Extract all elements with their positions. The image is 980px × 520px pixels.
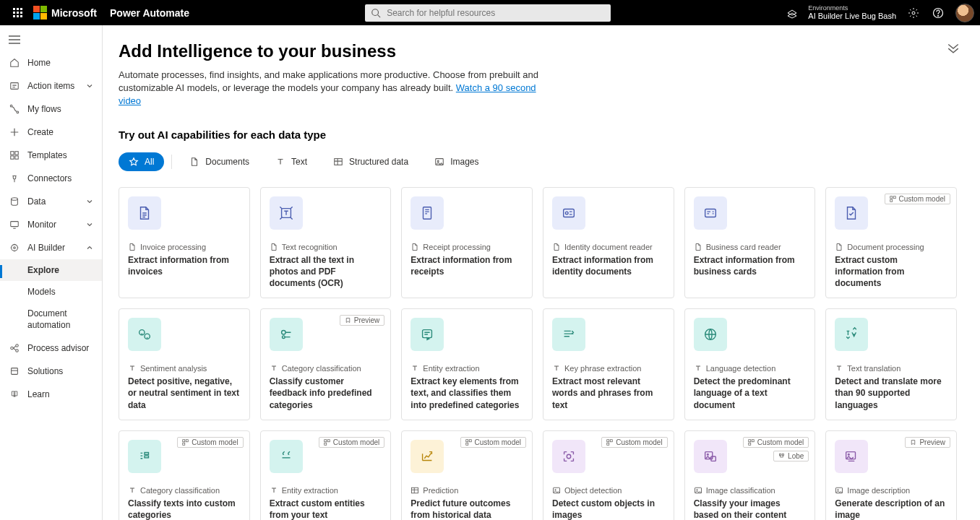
- card-badges: Custom model: [177, 437, 243, 448]
- model-card[interactable]: Custom modelDocument processingExtract c…: [825, 187, 957, 299]
- model-card[interactable]: Key phrase extractionExtract most releva…: [543, 308, 674, 420]
- plus-icon: [9, 126, 20, 138]
- badge-custom: Custom model: [319, 437, 384, 448]
- model-card[interactable]: Text recognitionExtract all the text in …: [260, 187, 392, 299]
- model-card[interactable]: Custom modelCategory classificationClass…: [119, 430, 250, 520]
- card-category: Invoice processing: [128, 243, 241, 251]
- solutions-icon: [9, 365, 20, 377]
- card-title: Detect and translate more than 90 suppor…: [835, 376, 947, 411]
- model-card[interactable]: Invoice processingExtract information fr…: [119, 187, 250, 299]
- svg-rect-54: [607, 443, 609, 445]
- svg-rect-47: [324, 443, 327, 445]
- tab-all[interactable]: All: [119, 152, 164, 171]
- sidebar-item-create[interactable]: Create: [0, 121, 102, 144]
- tab-structured-data[interactable]: Structured data: [323, 152, 418, 171]
- environment-picker[interactable]: Environments AI Builder Live Bug Bash: [808, 4, 896, 22]
- sidebar-item-home[interactable]: Home: [0, 51, 102, 74]
- sidebar-item-data[interactable]: Data: [0, 190, 102, 213]
- card-title: Detect the predominant language of a tex…: [694, 376, 807, 411]
- model-card[interactable]: Custom modelObject detectionDetect custo…: [543, 430, 674, 520]
- user-avatar[interactable]: [955, 4, 974, 22]
- svg-point-2: [912, 12, 915, 14]
- card-category: Prediction: [411, 486, 523, 495]
- model-card[interactable]: Business card readerExtract information …: [684, 187, 816, 299]
- svg-rect-33: [890, 199, 892, 202]
- svg-rect-32: [893, 196, 895, 198]
- svg-point-15: [12, 198, 18, 201]
- card-badges: Custom model: [319, 437, 384, 448]
- sidebar-item-solutions[interactable]: Solutions: [0, 360, 102, 383]
- sidebar-item-label: Process advisor: [27, 343, 93, 353]
- search-input[interactable]: [387, 8, 605, 18]
- sidebar-item-templates[interactable]: Templates: [0, 144, 102, 167]
- svg-line-1: [378, 14, 381, 17]
- app-launcher-icon[interactable]: [6, 1, 29, 25]
- sidebar-sub-models[interactable]: Models: [0, 281, 102, 303]
- model-card[interactable]: Custom modelLobeImage classificationClas…: [684, 430, 816, 520]
- card-icon: [270, 196, 303, 230]
- svg-rect-61: [780, 454, 781, 455]
- sidebar-item-ai-builder[interactable]: AI Builder: [0, 236, 102, 259]
- model-card[interactable]: Identity document readerExtract informat…: [543, 187, 674, 299]
- card-category: Category classification: [128, 486, 241, 495]
- svg-rect-8: [11, 83, 19, 90]
- card-title: Extract information from receipts: [411, 254, 523, 277]
- svg-point-20: [16, 344, 19, 347]
- card-category: Category classification: [270, 364, 382, 373]
- help-icon[interactable]: [931, 6, 945, 20]
- tab-documents[interactable]: Documents: [179, 152, 259, 171]
- svg-rect-16: [11, 222, 19, 227]
- model-card[interactable]: Custom modelPredictionPredict future out…: [401, 430, 533, 520]
- home-icon: [9, 57, 20, 69]
- card-icon: [694, 440, 727, 473]
- card-category: Image description: [835, 486, 947, 495]
- badge-custom: Custom model: [460, 437, 526, 448]
- card-title: Classify customer feedback info predefin…: [270, 376, 382, 411]
- model-card[interactable]: Sentiment analysisDetect positive, negat…: [119, 308, 250, 420]
- sidebar-item-my-flows[interactable]: My flows: [0, 98, 102, 121]
- model-card[interactable]: Receipt processingExtract information fr…: [401, 187, 533, 299]
- app-name[interactable]: Power Automate: [110, 7, 189, 19]
- sidebar-item-action-items[interactable]: Action items: [0, 74, 102, 98]
- model-card[interactable]: PreviewCategory classificationClassify c…: [260, 308, 392, 420]
- model-card[interactable]: PreviewImage descriptionGenerate descrip…: [825, 430, 957, 520]
- svg-rect-60: [749, 443, 751, 445]
- card-category: Identity document reader: [552, 243, 665, 251]
- nav-toggle-icon[interactable]: [0, 28, 102, 51]
- settings-icon[interactable]: [906, 6, 921, 20]
- sidebar-sub-explore[interactable]: Explore: [0, 259, 102, 281]
- templates-icon: [9, 150, 20, 161]
- card-icon: [552, 318, 585, 351]
- svg-point-29: [565, 212, 568, 214]
- tab-images[interactable]: Images: [424, 152, 489, 171]
- sidebar-item-connectors[interactable]: Connectors: [0, 167, 102, 190]
- badge-preview: Preview: [905, 437, 950, 448]
- card-category: Entity extraction: [411, 364, 523, 373]
- sidebar-item-label: Connectors: [27, 173, 93, 183]
- cards-grid: Invoice processingExtract information fr…: [119, 187, 957, 520]
- sidebar-item-process-advisor[interactable]: Process advisor: [0, 337, 102, 360]
- collapse-icon[interactable]: [947, 41, 960, 54]
- model-card[interactable]: Text translationDetect and translate mor…: [825, 308, 957, 420]
- model-card[interactable]: Entity extractionExtract key elements fr…: [401, 308, 533, 420]
- environment-icon: [786, 7, 798, 19]
- tab-label: Images: [450, 157, 478, 167]
- svg-rect-59: [752, 439, 754, 441]
- svg-rect-14: [15, 156, 18, 159]
- search-box[interactable]: [365, 4, 611, 22]
- sidebar-item-label: Home: [27, 58, 93, 68]
- sidebar-item-monitor[interactable]: Monitor: [0, 213, 102, 236]
- sidebar-item-label: Learn: [27, 389, 93, 399]
- tab-label: Documents: [205, 157, 249, 167]
- card-title: Predict future outcomes from historical …: [411, 498, 523, 520]
- tab-label: Structured data: [349, 157, 408, 167]
- badge-custom: Custom model: [743, 437, 809, 448]
- sidebar-sub-doc-automation[interactable]: Document automation: [0, 303, 102, 337]
- card-title: Generate description of an image: [835, 498, 947, 520]
- svg-point-18: [14, 247, 16, 249]
- sidebar-item-learn[interactable]: Learn: [0, 383, 102, 406]
- tab-text[interactable]: Text: [265, 152, 317, 171]
- card-title: Classify your images based on their cont…: [694, 498, 807, 520]
- model-card[interactable]: Language detectionDetect the predominant…: [684, 308, 816, 420]
- model-card[interactable]: Custom modelEntity extractionExtract cus…: [260, 430, 392, 520]
